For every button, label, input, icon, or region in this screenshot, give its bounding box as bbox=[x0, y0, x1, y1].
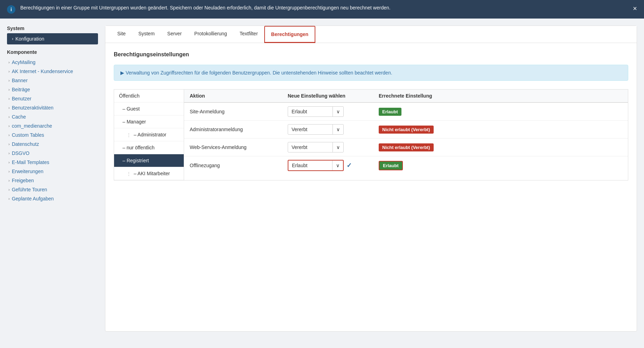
tab-site[interactable]: Site bbox=[111, 26, 132, 43]
sidebar-active-label: Konfiguration bbox=[15, 36, 44, 42]
select-value-3: Erlaubt bbox=[288, 161, 332, 170]
group-label: – Manager bbox=[122, 119, 146, 125]
section-title: Berechtigungseinstellungen bbox=[114, 51, 628, 58]
sidebar-item-custom-tables[interactable]: › Custom Tables bbox=[7, 130, 98, 140]
chevron-down-icon: ∨ bbox=[332, 142, 343, 152]
group-list: Öffentlich – Guest – Manager ⋮ – Adminis… bbox=[114, 90, 184, 180]
perm-select-wrapper-3: Erlaubt ∨ ✓ bbox=[288, 160, 379, 171]
group-item-registriert[interactable]: – Registriert bbox=[114, 154, 184, 167]
sidebar-item-label: Custom Tables bbox=[12, 132, 44, 138]
notification-text: Berechtigungen in einer Gruppe mit Unter… bbox=[20, 5, 391, 10]
calc-badge-2: Nicht erlaubt (Vererbt) bbox=[379, 143, 434, 151]
chevron-down-icon: ∨ bbox=[332, 161, 343, 170]
sidebar-item-geplante-aufgaben[interactable]: › Geplante Aufgaben bbox=[7, 194, 98, 203]
chevron-right-icon: › bbox=[8, 124, 10, 128]
group-label: – AKI Mitarbeiter bbox=[134, 171, 170, 176]
perm-calc-2: Nicht erlaubt (Vererbt) bbox=[379, 143, 456, 151]
info-box: ▶ Verwaltung von Zugriffsrechten für die… bbox=[114, 65, 628, 81]
perm-action-2: Web-Services-Anmeldung bbox=[190, 144, 288, 150]
tab-textfilter[interactable]: Textfilter bbox=[233, 26, 264, 43]
group-item-aki-mitarbeiter[interactable]: ⋮ – AKI Mitarbeiter bbox=[114, 167, 184, 180]
chevron-right-icon: › bbox=[8, 197, 10, 201]
permission-header-row: Aktion Neue Einstellung wählen Errechnet… bbox=[184, 90, 628, 103]
info-box-text: ▶ Verwaltung von Zugriffsrechten für die… bbox=[120, 70, 392, 76]
content-area: Site System Server Protokollierung Textf… bbox=[105, 26, 637, 332]
chevron-down-icon: ∨ bbox=[332, 125, 343, 134]
chevron-right-icon: › bbox=[8, 178, 10, 183]
sidebar-item-label: Benutzeraktivitäten bbox=[12, 105, 54, 111]
group-item-guest[interactable]: – Guest bbox=[114, 102, 184, 115]
chevron-right-icon: › bbox=[8, 151, 10, 155]
calc-badge-3: Erlaubt bbox=[379, 161, 403, 170]
group-item-administrator[interactable]: ⋮ – Administrator bbox=[114, 128, 184, 141]
sidebar-item-label: Geführte Touren bbox=[12, 187, 47, 192]
perm-select-wrapper-1: Vererbt ∨ bbox=[288, 124, 379, 135]
sidebar-konfiguration-item[interactable]: › Konfiguration bbox=[7, 33, 98, 44]
sidebar-item-label: com_medienarche bbox=[12, 123, 52, 129]
group-item-oeffentlich[interactable]: Öffentlich bbox=[114, 90, 184, 102]
calc-badge-1: Nicht erlaubt (Vererbt) bbox=[379, 126, 434, 134]
perm-select-1[interactable]: Vererbt ∨ bbox=[288, 124, 344, 135]
group-label: – Registriert bbox=[122, 158, 149, 163]
sidebar-item-label: Geplante Aufgaben bbox=[12, 196, 54, 201]
sidebar-item-akinternet[interactable]: › AK Internet - Kundenservice bbox=[7, 67, 98, 76]
group-label: – nur öffentlich bbox=[122, 145, 155, 150]
sidebar-item-commedienarche[interactable]: › com_medienarche bbox=[7, 121, 98, 130]
sidebar-item-gefuehrte-touren[interactable]: › Geführte Touren bbox=[7, 185, 98, 194]
chevron-right-icon: › bbox=[8, 160, 10, 164]
group-item-nuroef[interactable]: – nur öffentlich bbox=[114, 141, 184, 154]
header-neue-einstellung: Neue Einstellung wählen bbox=[288, 93, 379, 99]
tab-server[interactable]: Server bbox=[161, 26, 188, 43]
chevron-down-icon: ∨ bbox=[332, 107, 343, 116]
perm-row-webservices: Web-Services-Anmeldung Vererbt ∨ Nicht e… bbox=[184, 139, 628, 156]
chevron-right-icon: › bbox=[8, 87, 10, 92]
select-value-0: Erlaubt bbox=[288, 107, 332, 116]
notification-close-button[interactable]: × bbox=[633, 5, 637, 12]
group-item-manager[interactable]: – Manager bbox=[114, 115, 184, 128]
sidebar-item-dsgvo[interactable]: › DSGVO bbox=[7, 149, 98, 158]
sidebar-item-banner[interactable]: › Banner bbox=[7, 76, 98, 85]
chevron-right-icon: › bbox=[8, 69, 10, 73]
sidebar-item-benutzeraktivitaeten[interactable]: › Benutzeraktivitäten bbox=[7, 103, 98, 112]
sidebar-item-label: Benutzer bbox=[12, 96, 31, 101]
sidebar-item-email-templates[interactable]: › E-Mail Templates bbox=[7, 158, 98, 167]
sidebar-item-cache[interactable]: › Cache bbox=[7, 112, 98, 121]
chevron-right-icon: › bbox=[8, 142, 10, 146]
sidebar-item-acymailing[interactable]: › AcyMailing bbox=[7, 58, 98, 67]
tab-berechtigungen[interactable]: Berechtigungen bbox=[264, 26, 316, 43]
sidebar-item-label: Banner bbox=[12, 78, 28, 83]
perm-calc-0: Erlaubt bbox=[379, 108, 456, 116]
sidebar-item-benutzer[interactable]: › Benutzer bbox=[7, 94, 98, 103]
sidebar-komponente-label: Komponente bbox=[7, 49, 98, 55]
info-icon: i bbox=[7, 5, 15, 14]
sidebar-item-beitraege[interactable]: › Beiträge bbox=[7, 85, 98, 94]
perm-select-0[interactable]: Erlaubt ∨ bbox=[288, 106, 344, 117]
perm-select-3[interactable]: Erlaubt ∨ bbox=[288, 160, 344, 171]
group-label: Öffentlich bbox=[119, 93, 140, 99]
perm-select-wrapper-2: Vererbt ∨ bbox=[288, 142, 379, 152]
perm-action-0: Site-Anmeldung bbox=[190, 109, 288, 114]
drag-handle-icon: ⋮ bbox=[127, 133, 131, 137]
sidebar-item-label: E-Mail Templates bbox=[12, 159, 49, 165]
select-value-1: Vererbt bbox=[288, 125, 332, 134]
chevron-right-icon: › bbox=[8, 133, 10, 137]
sidebar-item-label: Erweiterungen bbox=[12, 169, 43, 174]
chevron-right-icon: › bbox=[8, 106, 10, 110]
perm-calc-3: Erlaubt bbox=[379, 161, 456, 170]
header-aktion: Aktion bbox=[190, 93, 288, 99]
select-value-2: Vererbt bbox=[288, 142, 332, 152]
check-icon: ✓ bbox=[346, 162, 352, 169]
perm-row-site-anmeldung: Site-Anmeldung Erlaubt ∨ Erlaubt bbox=[184, 103, 628, 121]
sidebar-item-freigeben[interactable]: › Freigeben bbox=[7, 176, 98, 185]
tab-system[interactable]: System bbox=[132, 26, 161, 43]
header-errechnete-einstellung: Errechnete Einstellung bbox=[379, 93, 456, 99]
permissions-layout: Öffentlich – Guest – Manager ⋮ – Adminis… bbox=[114, 89, 628, 180]
chevron-right-icon: › bbox=[8, 187, 10, 192]
tabs-bar: Site System Server Protokollierung Textf… bbox=[105, 26, 637, 43]
sidebar-item-datenschutz[interactable]: › Datenschutz bbox=[7, 140, 98, 149]
drag-handle-icon: ⋮ bbox=[127, 171, 131, 176]
perm-select-2[interactable]: Vererbt ∨ bbox=[288, 142, 344, 152]
sidebar-item-erweiterungen[interactable]: › Erweiterungen bbox=[7, 167, 98, 176]
tab-protokollierung[interactable]: Protokollierung bbox=[188, 26, 233, 43]
sidebar-item-label: DSGVO bbox=[12, 150, 30, 156]
